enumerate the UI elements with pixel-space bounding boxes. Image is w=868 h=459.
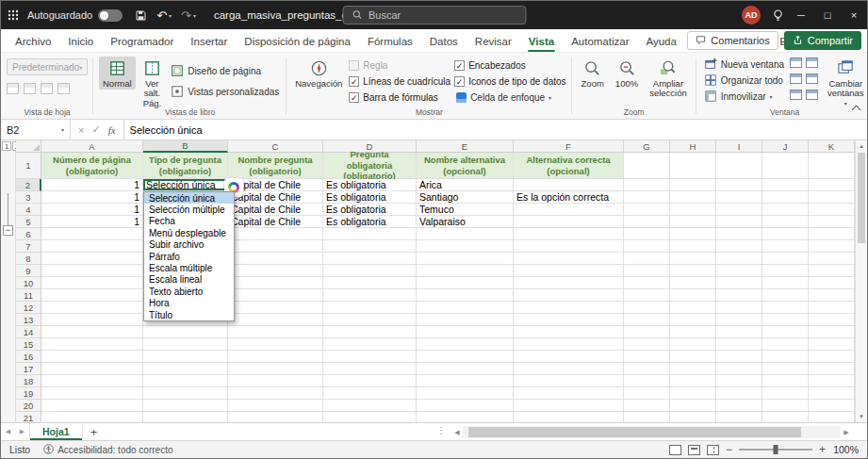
cell-H13[interactable] — [670, 314, 716, 326]
cell-C17[interactable] — [228, 363, 323, 375]
cell-C12[interactable] — [228, 302, 323, 314]
sheet-nav-right-icon[interactable]: ▶ — [15, 423, 29, 440]
cell-I2[interactable] — [716, 179, 762, 191]
cell-B14[interactable] — [143, 326, 228, 338]
cell-I17[interactable] — [716, 363, 762, 375]
cell-F17[interactable] — [514, 363, 624, 375]
zoom-100-button[interactable]: 100% — [612, 57, 642, 90]
cell-C8[interactable] — [228, 253, 323, 265]
cell-I7[interactable] — [716, 240, 762, 253]
cell-E20[interactable] — [417, 400, 514, 412]
cell-D12[interactable] — [323, 302, 417, 314]
cell-E21[interactable] — [417, 412, 514, 422]
row-header-6[interactable]: 6 — [16, 228, 41, 240]
cell-F11[interactable] — [514, 289, 624, 302]
cell-B21[interactable] — [143, 412, 228, 422]
cell-D18[interactable] — [323, 375, 417, 387]
outline-level-1-button[interactable]: 1 — [2, 141, 11, 151]
cell-J1[interactable] — [762, 153, 809, 179]
split-icon[interactable] — [790, 57, 802, 68]
cell-D19[interactable] — [323, 387, 417, 400]
cell-B16[interactable] — [143, 351, 228, 363]
cell-G2[interactable] — [624, 179, 670, 191]
cell-K19[interactable] — [809, 387, 855, 400]
cell-A4[interactable]: 1 — [41, 204, 143, 216]
cell-C7[interactable] — [228, 240, 323, 253]
collapse-group-button[interactable]: − — [3, 225, 13, 236]
exit-sheet-view-icon[interactable] — [24, 83, 36, 94]
sheet-view-dropdown[interactable]: Predeterminado▾ — [7, 58, 88, 75]
scroll-up-icon[interactable]: ▲ — [856, 140, 867, 152]
cell-G3[interactable] — [624, 191, 670, 204]
comments-button[interactable]: Comentarios — [687, 31, 778, 50]
cell-A10[interactable] — [41, 277, 143, 289]
cell-J9[interactable] — [762, 265, 809, 277]
cell-C16[interactable] — [228, 351, 323, 363]
cell-B20[interactable] — [143, 400, 228, 412]
cell-D16[interactable] — [323, 351, 417, 363]
cell-F7[interactable] — [514, 240, 624, 253]
cell-J19[interactable] — [762, 387, 809, 400]
cell-K7[interactable] — [809, 240, 855, 253]
tab-revisar[interactable]: Revisar — [467, 32, 520, 52]
insert-function-icon[interactable]: fx — [108, 124, 116, 136]
page-layout-view-button[interactable]: Diseño de página — [169, 63, 281, 78]
cell-D9[interactable] — [323, 265, 417, 277]
synchronous-scrolling-icon[interactable] — [806, 74, 818, 84]
sheet-view-options-icon[interactable] — [57, 83, 70, 94]
cell-J3[interactable] — [762, 191, 809, 204]
column-header-g[interactable]: G — [624, 140, 670, 153]
undo-icon[interactable]: ↶▾ — [152, 1, 176, 29]
cell-I10[interactable] — [716, 277, 762, 289]
name-box[interactable]: B2▾ — [1, 120, 71, 139]
row-header-11[interactable]: 11 — [16, 289, 41, 302]
cell-K10[interactable] — [809, 277, 855, 289]
normal-view-button[interactable]: Normal — [99, 57, 136, 90]
cell-E16[interactable] — [417, 351, 514, 363]
cell-K21[interactable] — [809, 412, 855, 422]
cell-D11[interactable] — [323, 289, 417, 302]
cell-E9[interactable] — [417, 265, 514, 277]
cell-D8[interactable] — [323, 253, 417, 265]
cell-G16[interactable] — [624, 351, 670, 363]
new-sheet-view-icon[interactable] — [41, 83, 53, 94]
normal-view-icon[interactable] — [669, 445, 681, 455]
save-icon[interactable] — [130, 1, 152, 29]
cell-J5[interactable] — [762, 216, 809, 228]
arrange-all-button[interactable]: Organizar todo — [702, 73, 786, 88]
cell-D20[interactable] — [323, 400, 417, 412]
zoom-in-icon[interactable]: + — [819, 443, 826, 456]
page-break-view-button[interactable]: Ver salt. Pág. — [139, 57, 166, 109]
cell-G8[interactable] — [624, 253, 670, 265]
cell-E3[interactable]: Santiago — [417, 191, 514, 204]
column-header-a[interactable]: A — [41, 140, 143, 153]
cell-K15[interactable] — [809, 338, 855, 351]
dropdown-option-fecha[interactable]: Fecha — [144, 216, 234, 227]
scroll-right-icon[interactable]: ▶ — [841, 429, 852, 436]
cell-K16[interactable] — [809, 351, 855, 363]
avatar[interactable]: AD — [742, 6, 761, 25]
cell-G21[interactable] — [624, 412, 670, 422]
add-sheet-button[interactable]: + — [83, 423, 106, 440]
cell-I20[interactable] — [716, 400, 762, 412]
accessibility-status[interactable]: Accesibilidad: todo correcto — [43, 444, 172, 456]
cell-K11[interactable] — [809, 289, 855, 302]
cell-F14[interactable] — [514, 326, 624, 338]
cell-C11[interactable] — [228, 289, 323, 302]
cell-K3[interactable] — [809, 191, 855, 204]
cell-K20[interactable] — [809, 400, 855, 412]
cell-G18[interactable] — [624, 375, 670, 387]
cell-H14[interactable] — [670, 326, 716, 338]
row-header-19[interactable]: 19 — [16, 387, 41, 400]
cell-J15[interactable] — [762, 338, 809, 351]
cell-K12[interactable] — [809, 302, 855, 314]
cell-J14[interactable] — [762, 326, 809, 338]
row-header-14[interactable]: 14 — [16, 326, 41, 338]
cell-G6[interactable] — [624, 228, 670, 240]
cell-I3[interactable] — [716, 191, 762, 204]
cell-B17[interactable] — [143, 363, 228, 375]
cell-I18[interactable] — [716, 375, 762, 387]
cell-D4[interactable]: Es obligatoria — [323, 204, 417, 216]
cell-F5[interactable] — [514, 216, 624, 228]
cell-J16[interactable] — [762, 351, 809, 363]
